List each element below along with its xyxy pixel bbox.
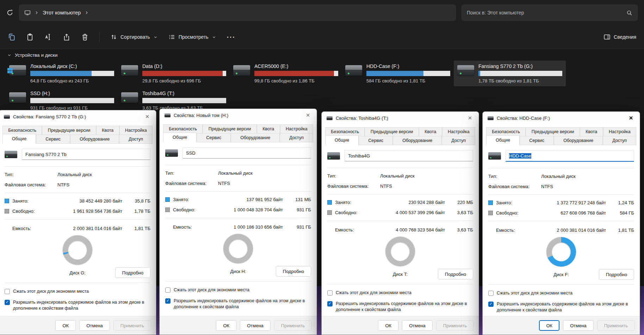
tab-hardware[interactable]: Оборудование <box>231 133 280 142</box>
ok-button[interactable]: ОК <box>55 320 76 331</box>
tab-general[interactable]: Общие <box>486 135 520 145</box>
share-icon[interactable] <box>63 33 70 41</box>
volume-label-input[interactable]: Fansiang S770 2 Tb <box>22 149 150 160</box>
tab-previous-versions[interactable]: Предыдущие версии <box>42 126 96 135</box>
ok-button[interactable]: ОК <box>216 320 236 331</box>
sort-button[interactable]: Сортировать <box>110 33 158 41</box>
compress-checkbox[interactable] <box>5 289 10 294</box>
index-checkbox[interactable]: ✓ <box>327 301 333 306</box>
search-input[interactable]: Поиск в: Этот компьютер <box>462 5 638 21</box>
tab-sharing[interactable]: Доступ <box>603 136 636 145</box>
tab-previous-versions[interactable]: Предыдущие версии <box>526 127 580 136</box>
close-icon[interactable]: × <box>300 110 316 121</box>
details-button[interactable]: Подробно <box>438 269 473 279</box>
drive-tile[interactable]: Data (D:) 29,8 ГБ свободно из 696 ГБ <box>118 61 230 86</box>
tab-hardware[interactable]: Оборудование <box>70 135 119 144</box>
close-icon[interactable]: × <box>623 112 639 124</box>
index-checkbox[interactable]: ✓ <box>5 300 10 305</box>
tab-hardware[interactable]: Оборудование <box>554 136 603 145</box>
ok-button[interactable]: ОК <box>378 320 398 331</box>
dialog-titlebar[interactable]: Свойства: Fansiang S770 2 Tb (G:) × <box>0 110 156 123</box>
close-icon[interactable]: × <box>139 111 155 122</box>
copy-icon[interactable] <box>8 33 16 41</box>
drive-tile[interactable]: Локальный диск (C:) 64,8 ГБ свободно из … <box>6 61 118 86</box>
rename-icon[interactable] <box>44 33 52 41</box>
drive-tile[interactable]: Fansiang S770 2 Tb (G:) 1,78 ТБ свободно… <box>454 61 566 86</box>
details-button[interactable]: Подробно <box>115 267 150 278</box>
tab-sharing[interactable]: Доступ <box>442 136 475 145</box>
refresh-icon[interactable] <box>6 9 13 16</box>
apply-button[interactable]: Применить <box>436 320 474 331</box>
breadcrumb-this-pc[interactable]: Этот компьютер <box>43 10 81 15</box>
tab-sharing[interactable]: Доступ <box>280 133 313 142</box>
compress-checkbox[interactable] <box>327 290 333 296</box>
compress-option-row[interactable]: Сжать этот диск для экономии места <box>327 290 473 296</box>
tab-previous-versions[interactable]: Предыдущие версии <box>203 124 256 133</box>
capacity-row: Емкость: 2 000 381 014 016 байт 1,81 ТБ <box>5 226 150 231</box>
ok-button[interactable]: ОК <box>539 320 559 331</box>
tab-general[interactable]: Общие <box>163 132 197 142</box>
details-pane-button[interactable]: Сведения <box>603 33 636 41</box>
tab-quota[interactable]: Квота <box>96 126 119 135</box>
tab-security[interactable]: Безопасность <box>163 124 203 133</box>
breadcrumb[interactable]: Этот компьютер <box>19 5 456 21</box>
drive-tile[interactable]: ACER5000 (E:) 99,8 ГБ свободно из 1,86 Т… <box>230 61 342 86</box>
tab-tools[interactable]: Сервис <box>36 135 70 144</box>
close-icon[interactable]: × <box>462 112 478 124</box>
search-icon[interactable] <box>626 10 632 16</box>
tab-general[interactable]: Общие <box>2 134 36 144</box>
chevron-right-icon[interactable] <box>84 10 89 15</box>
tab-customize[interactable]: Настройка <box>280 124 313 133</box>
tab-quota[interactable]: Квота <box>257 124 280 133</box>
drive-tile[interactable]: HDD-Case (F:) 584 ГБ свободно из 1,81 ТБ <box>342 61 454 86</box>
compress-checkbox[interactable] <box>488 291 494 296</box>
tab-customize[interactable]: Настройка <box>603 127 636 136</box>
details-button[interactable]: Подробно <box>599 269 634 280</box>
compress-checkbox[interactable] <box>165 287 171 293</box>
dialog-titlebar[interactable]: Свойства: HDD-Case (F:) × <box>483 112 640 124</box>
tab-tools[interactable]: Сервис <box>359 136 393 145</box>
type-value: Локальный диск <box>218 170 253 176</box>
cancel-button[interactable]: Отмена <box>79 320 110 331</box>
tab-previous-versions[interactable]: Предыдущие версии <box>365 127 419 136</box>
tab-tools[interactable]: Сервис <box>197 133 231 142</box>
tab-general[interactable]: Общие <box>325 135 359 145</box>
cancel-button[interactable]: Отмена <box>240 320 271 331</box>
volume-label-input[interactable]: Toshiba4G <box>345 150 473 161</box>
apply-button[interactable]: Применить <box>597 320 635 331</box>
tab-security[interactable]: Безопасность <box>325 127 365 136</box>
details-button[interactable]: Подробно <box>276 266 311 277</box>
tab-hardware[interactable]: Оборудование <box>393 136 442 145</box>
tab-customize[interactable]: Настройка <box>119 126 153 135</box>
delete-icon[interactable] <box>81 33 89 41</box>
dialog-titlebar[interactable]: Свойства: Toshiba4G (T:) × <box>322 112 479 124</box>
view-button[interactable]: Просмотреть <box>168 33 216 41</box>
chevron-right-icon[interactable] <box>34 10 39 15</box>
index-option-row[interactable]: ✓ Разрешить индексировать содержимое фай… <box>165 298 311 310</box>
index-checkbox[interactable]: ✓ <box>488 302 494 307</box>
tab-customize[interactable]: Настройка <box>442 127 475 136</box>
compress-option-row[interactable]: Сжать этот диск для экономии места <box>488 290 634 296</box>
compress-option-row[interactable]: Сжать этот диск для экономии места <box>165 287 311 293</box>
volume-label-input[interactable]: SSD <box>182 147 311 159</box>
compress-option-row[interactable]: Сжать этот диск для экономии места <box>5 289 150 294</box>
index-option-row[interactable]: ✓ Разрешить индексировать содержимое фай… <box>327 301 473 313</box>
tab-sharing[interactable]: Доступ <box>119 135 153 144</box>
index-option-row[interactable]: ✓ Разрешить индексировать содержимое фай… <box>5 299 150 311</box>
volume-label-input[interactable]: HDD-Case <box>506 150 634 162</box>
index-option-row[interactable]: ✓ Разрешить индексировать содержимое фай… <box>488 301 634 313</box>
dialog-titlebar[interactable]: Свойства: Новый том (H:) × <box>160 109 317 122</box>
tab-tools[interactable]: Сервис <box>520 136 554 145</box>
tab-quota[interactable]: Квота <box>580 127 603 136</box>
cancel-button[interactable]: Отмена <box>563 320 594 331</box>
tab-security[interactable]: Безопасность <box>486 127 526 136</box>
more-options-icon[interactable]: ··· <box>227 34 236 41</box>
apply-button[interactable]: Применить <box>113 320 151 331</box>
paste-icon[interactable] <box>26 33 34 41</box>
index-checkbox[interactable]: ✓ <box>165 298 171 304</box>
tab-quota[interactable]: Квота <box>419 127 442 136</box>
tab-security[interactable]: Безопасность <box>2 126 42 135</box>
devices-and-drives-group-header[interactable]: Устройства и диски <box>7 52 638 58</box>
apply-button[interactable]: Применить <box>274 320 312 331</box>
cancel-button[interactable]: Отмена <box>402 320 433 331</box>
